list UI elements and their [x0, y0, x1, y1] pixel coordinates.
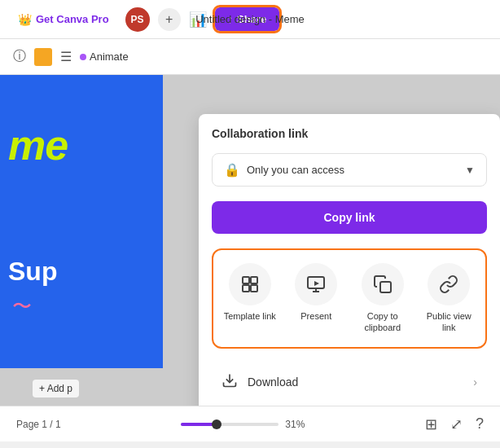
crown-icon: 👑 — [18, 13, 32, 26]
download-chevron: › — [473, 376, 477, 389]
fullscreen-icon[interactable]: ⤢ — [450, 415, 463, 433]
meme-text-bottom: Sup — [8, 257, 57, 287]
public-view-icon — [428, 263, 470, 305]
download-label: Download — [248, 376, 463, 389]
menu-items: Download › Share on social › — [199, 355, 500, 406]
svg-rect-6 — [380, 282, 391, 292]
share-social-item[interactable]: Share on social › — [205, 403, 493, 406]
present-label: Present — [300, 310, 331, 322]
public-view-label: Public view link — [419, 310, 480, 334]
present-item[interactable]: Present — [287, 263, 347, 334]
copy-clipboard-item[interactable]: Copy to clipboard — [353, 263, 413, 334]
present-icon — [295, 263, 337, 305]
help-icon[interactable]: ? — [476, 415, 484, 433]
top-navigation: Untitled design - Meme 👑 Get Canva Pro P… — [0, 0, 500, 39]
get-canva-pro-button[interactable]: 👑 Get Canva Pro — [10, 9, 117, 30]
page-indicator: Page 1 / 1 — [16, 419, 61, 430]
template-link-label: Template link — [224, 310, 276, 322]
collab-header: Collaboration link — [199, 114, 500, 147]
panel-scroll: Collaboration link 🔒 Only you can access… — [199, 114, 500, 406]
footer-bar: Page 1 / 1 31% ⊞ ⤢ ? — [0, 406, 500, 441]
avatar-initials: PS — [131, 14, 144, 25]
svg-marker-5 — [314, 281, 319, 286]
copy-link-button[interactable]: Copy link — [212, 201, 487, 234]
lock-icon: 🔒 — [224, 162, 240, 178]
svg-rect-2 — [243, 285, 249, 292]
chevron-down-icon: ▼ — [465, 165, 475, 176]
menu-icon[interactable]: ☰ — [60, 49, 72, 64]
zoom-progress — [181, 423, 213, 426]
copy-clipboard-label: Copy to clipboard — [353, 310, 413, 334]
access-dropdown[interactable]: 🔒 Only you can access ▼ — [212, 153, 487, 187]
collab-header-text: Collaboration link — [212, 127, 308, 140]
animate-button[interactable]: Animate — [80, 51, 129, 63]
download-icon — [221, 372, 238, 393]
quick-actions-grid: Template link Present — [212, 248, 487, 349]
design-canvas[interactable]: me Sup 〜 — [0, 75, 163, 368]
template-link-item[interactable]: Template link — [220, 263, 280, 334]
grid-view-icon[interactable]: ⊞ — [425, 415, 437, 433]
template-link-icon — [229, 263, 271, 305]
color-swatch[interactable] — [34, 48, 52, 66]
share-panel: Collaboration link 🔒 Only you can access… — [199, 114, 500, 406]
download-item[interactable]: Download › — [205, 362, 493, 403]
svg-rect-0 — [243, 277, 249, 283]
zoom-slider[interactable] — [181, 423, 279, 426]
zoom-handle[interactable] — [212, 419, 221, 429]
svg-rect-3 — [251, 285, 257, 292]
nav-title: Untitled design - Meme — [195, 13, 305, 25]
add-page-button[interactable]: + Add p — [33, 380, 79, 397]
quick-grid: Template link Present — [220, 263, 479, 334]
zoom-controls: 31% — [74, 419, 412, 430]
zoom-level: 31% — [285, 419, 305, 430]
public-view-item[interactable]: Public view link — [419, 263, 480, 334]
canvas-area: me Sup 〜 + Add p Collaboration link 🔒 On… — [0, 75, 500, 406]
avatar[interactable]: PS — [125, 7, 150, 32]
access-text: Only you can access — [247, 164, 458, 176]
animate-label: Animate — [90, 51, 129, 63]
info-icon[interactable]: ⓘ — [13, 48, 26, 65]
meme-text-top: me — [8, 124, 68, 166]
meme-squiggle: 〜 — [12, 293, 32, 319]
add-collaborator-button[interactable]: + — [158, 8, 181, 31]
pro-label: Get Canva Pro — [36, 13, 109, 25]
design-toolbar: ⓘ ☰ Animate — [0, 39, 500, 75]
svg-rect-1 — [251, 277, 257, 283]
copy-clipboard-icon — [362, 263, 404, 305]
animate-dot — [80, 54, 86, 60]
